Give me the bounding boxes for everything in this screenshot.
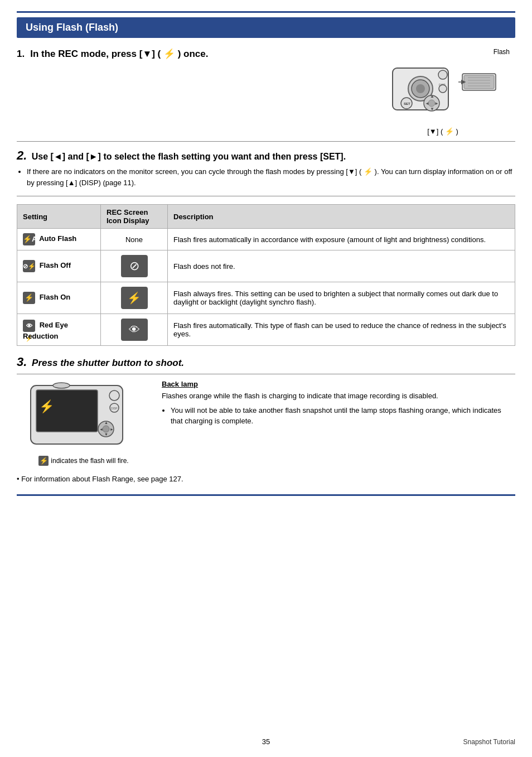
svg-point-4 — [438, 70, 447, 79]
flash-off-icon: ⊘⚡ — [23, 260, 35, 272]
svg-text:⚡: ⚡ — [39, 399, 55, 414]
flash-off-description: Flash does not fire. — [168, 250, 515, 282]
svg-point-3 — [416, 84, 425, 93]
step1-number: 1. — [17, 49, 25, 60]
step1-instruction: In the REC mode, press [▼] ( ⚡ ) once. — [30, 48, 208, 60]
svg-text:SET: SET — [404, 102, 410, 105]
svg-text:►: ► — [110, 427, 114, 431]
flash-label: Flash — [494, 48, 510, 56]
step2-bullet: If there are no indicators on the monito… — [27, 166, 515, 188]
table-row-auto-flash: ⚡A Auto Flash None Flash fires automatic… — [17, 229, 515, 250]
back-lamp-title: Back lamp — [162, 380, 515, 388]
table-header-setting: Setting — [17, 205, 101, 229]
auto-flash-description: Flash fires automatically in accordance … — [168, 229, 515, 250]
table-header-rec-screen: REC Screen Icon Display — [101, 205, 168, 229]
page-header: Using Flash (Flash) — [17, 17, 515, 38]
table-row-flash-off: ⊘⚡ Flash Off ⊘ Flash does not fire. — [17, 250, 515, 282]
flash-on-setting: ⚡ Flash On — [17, 282, 101, 314]
top-border — [17, 11, 515, 13]
step1-indicator: [▼] ( ⚡ ) — [427, 127, 458, 136]
table-row-red-eye: 👁⚡ Red EyeReduction 👁 Flash fires automa… — [17, 314, 515, 346]
auto-flash-label: Auto Flash — [39, 234, 76, 243]
flash-on-label: Flash On — [40, 293, 71, 301]
svg-point-6 — [439, 85, 447, 93]
svg-text:DISP: DISP — [111, 407, 118, 410]
step3-instruction: Press the shutter button to shoot. — [32, 358, 184, 368]
step2-section: 2. Use [◄] and [►] to select the flash s… — [17, 148, 515, 196]
step3-flash-note: ⚡ indicates the flash will fire. — [38, 456, 128, 466]
step3-camera-svg: ⚡ DISP ▲ ▼ ◄ ► — [28, 380, 139, 452]
table-header-description: Description — [168, 205, 515, 229]
flash-settings-table: Setting REC Screen Icon Display Descript… — [17, 204, 515, 346]
svg-text:◄: ◄ — [99, 427, 103, 431]
svg-point-25 — [109, 390, 119, 401]
page-section: Snapshot Tutorial — [463, 738, 515, 746]
step3-body: ⚡ DISP ▲ ▼ ◄ ► ⚡ indicat — [17, 380, 515, 466]
bottom-border — [17, 494, 515, 496]
page: Using Flash (Flash) 1. In the REC mode, … — [0, 0, 532, 757]
back-lamp-section: Back lamp Flashes orange while the flash… — [162, 380, 515, 427]
step1-text: 1. In the REC mode, press [▼] ( ⚡ ) once… — [17, 48, 370, 65]
step1-camera-svg: DISP SET ▲ ▼ ◄ ► — [376, 57, 510, 124]
step2-number: 2. — [17, 148, 27, 162]
flash-on-icon-display: ⚡ — [101, 282, 168, 314]
svg-point-29 — [103, 426, 109, 432]
flash-off-setting: ⊘⚡ Flash Off — [17, 250, 101, 282]
flash-on-display-icon: ⚡ — [121, 287, 148, 309]
svg-text:►: ► — [434, 101, 439, 106]
svg-text:▲: ▲ — [430, 94, 434, 99]
svg-text:▼: ▼ — [430, 107, 434, 112]
table-row-flash-on: ⚡ Flash On ⚡ Flash always fires. This se… — [17, 282, 515, 314]
red-eye-display-icon: 👁 — [121, 319, 148, 341]
svg-text:◄: ◄ — [425, 101, 429, 106]
back-lamp-text: Flashes orange while the flash is chargi… — [162, 390, 515, 402]
red-eye-description: Flash fires automatically. This type of … — [168, 314, 515, 346]
step1-section: 1. In the REC mode, press [▼] ( ⚡ ) once… — [17, 48, 515, 142]
step2-instruction: Use [◄] and [►] to select the flash sett… — [32, 152, 346, 161]
step3-section: 3. Press the shutter button to shoot. ⚡ … — [17, 355, 515, 466]
step3-flash-note-text: indicates the flash will fire. — [51, 457, 128, 465]
auto-flash-icon-display: None — [101, 229, 168, 250]
step2-list: If there are no indicators on the monito… — [27, 166, 515, 188]
svg-text:▼: ▼ — [104, 432, 108, 436]
step2-body: If there are no indicators on the monito… — [17, 166, 515, 188]
step2-title: 2. Use [◄] and [►] to select the flash s… — [17, 148, 515, 163]
step1-title: 1. In the REC mode, press [▼] ( ⚡ ) once… — [17, 48, 370, 60]
step1-diagram: Flash DISP SET ▲ — [370, 48, 515, 136]
page-footer: 35 Snapshot Tutorial — [0, 737, 532, 746]
flash-off-display-icon: ⊘ — [121, 255, 148, 277]
page-title: Using Flash (Flash) — [26, 22, 118, 33]
back-lamp-list: You will not be able to take another fla… — [171, 405, 515, 427]
step3-flash-icon: ⚡ — [38, 456, 49, 466]
flash-off-label: Flash Off — [40, 261, 71, 269]
page-number: 35 — [17, 737, 515, 746]
step3-number: 3. — [17, 355, 27, 369]
footer-note: • For information about Flash Range, see… — [17, 475, 515, 483]
auto-flash-setting: ⚡A Auto Flash — [17, 229, 101, 250]
svg-text:▲: ▲ — [104, 421, 108, 425]
step3-title: 3. Press the shutter button to shoot. — [17, 355, 515, 374]
flash-off-icon-display: ⊘ — [101, 250, 168, 282]
red-eye-icon: 👁⚡ — [23, 320, 35, 332]
step3-camera-wrap: ⚡ DISP ▲ ▼ ◄ ► ⚡ indicat — [17, 380, 151, 466]
red-eye-icon-display: 👁 — [101, 314, 168, 346]
back-lamp-bullet: You will not be able to take another fla… — [171, 405, 515, 427]
flash-on-icon: ⚡ — [23, 292, 35, 304]
red-eye-setting: 👁⚡ Red EyeReduction — [17, 314, 101, 346]
auto-flash-icon: ⚡A — [23, 233, 35, 245]
flash-on-description: Flash always fires. This setting can be … — [168, 282, 515, 314]
svg-point-34 — [53, 383, 70, 388]
